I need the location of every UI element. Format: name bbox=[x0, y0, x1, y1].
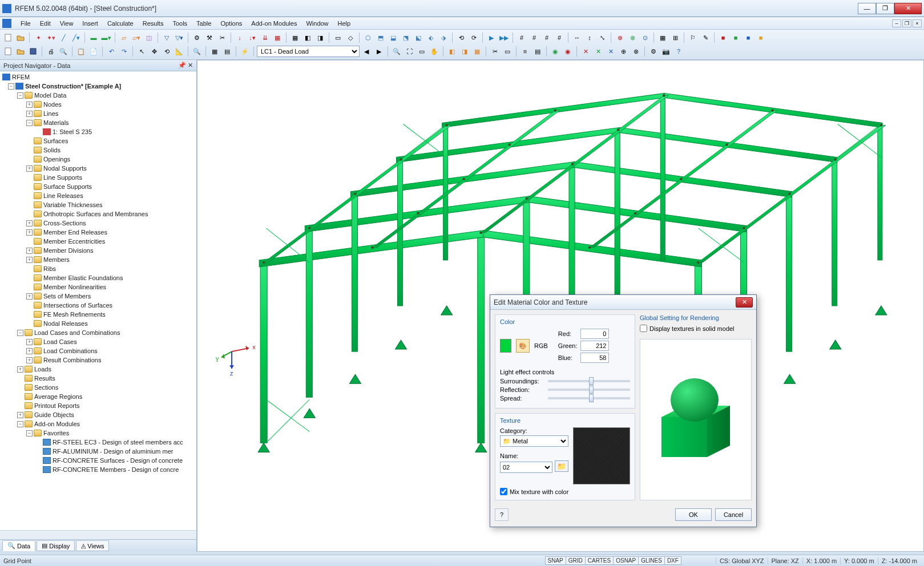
snap-icon[interactable]: ⊕ bbox=[614, 32, 626, 43]
save-icon[interactable] bbox=[27, 46, 39, 57]
view-z-icon[interactable]: ⬔ bbox=[400, 32, 411, 43]
mdi-restore[interactable]: ❐ bbox=[902, 19, 911, 27]
node-icon[interactable]: ✦ bbox=[33, 32, 44, 43]
load-area-icon[interactable]: ▦ bbox=[272, 32, 283, 43]
color-icon[interactable]: ■ bbox=[743, 32, 754, 43]
snap-icon[interactable]: ⊗ bbox=[627, 32, 638, 43]
close-button[interactable]: ✕ bbox=[894, 3, 922, 14]
tool-icon[interactable]: ⚐ bbox=[687, 32, 699, 43]
tree-project[interactable]: −Steel Construction* [Example A] bbox=[0, 82, 196, 91]
tree-fav3[interactable]: RF-CONCRETE Surfaces - Design of concret… bbox=[0, 456, 196, 465]
tree-favorites[interactable]: −Favorites bbox=[0, 428, 196, 438]
surroundings-slider[interactable] bbox=[548, 380, 630, 382]
calc-icon[interactable]: ⚡ bbox=[239, 46, 251, 57]
calc-icon[interactable]: ▶▶ bbox=[498, 32, 510, 43]
dim-icon[interactable]: ↕ bbox=[584, 32, 595, 43]
rotate-icon[interactable]: ⟲ bbox=[161, 46, 172, 57]
tree-mem-ecc[interactable]: Member Eccentricities bbox=[0, 237, 196, 246]
tree-lines[interactable]: +Lines bbox=[0, 109, 196, 118]
clip-icon[interactable]: ▭ bbox=[502, 46, 513, 57]
render-icon[interactable]: ◉ bbox=[550, 46, 561, 57]
support-icon[interactable]: ▽ bbox=[161, 32, 172, 43]
line-dropdown-icon[interactable]: ╱▾ bbox=[70, 32, 82, 43]
zoom-fit-icon[interactable]: ⛶ bbox=[404, 46, 415, 57]
pointer-icon[interactable]: ↖ bbox=[136, 46, 147, 57]
red-input[interactable] bbox=[580, 329, 609, 339]
nav-icon[interactable]: ▤ bbox=[221, 46, 233, 57]
rotate-icon[interactable]: ⟳ bbox=[468, 32, 479, 43]
color-icon[interactable]: ■ bbox=[755, 32, 766, 43]
render-icon[interactable]: ◉ bbox=[562, 46, 574, 57]
display-textures-checkbox[interactable] bbox=[640, 325, 647, 332]
num-icon[interactable]: # bbox=[516, 32, 527, 43]
tree-addon[interactable]: −Add-on Modules bbox=[0, 419, 196, 428]
glines-btn[interactable]: GLINES bbox=[638, 556, 665, 565]
tree-mem-div[interactable]: +Member Divisions bbox=[0, 246, 196, 255]
solid-icon[interactable]: ◫ bbox=[143, 32, 155, 43]
line-icon[interactable]: ╱ bbox=[58, 32, 69, 43]
print-icon[interactable]: 🖨 bbox=[45, 46, 57, 57]
tree-nodal-supports[interactable]: +Nodal Supports bbox=[0, 164, 196, 173]
osnap-btn[interactable]: OSNAP bbox=[613, 556, 639, 565]
tree-sets[interactable]: +Sets of Members bbox=[0, 292, 196, 301]
tool-icon[interactable]: ⚒ bbox=[204, 32, 215, 43]
tree-avg-regions[interactable]: Average Regions bbox=[0, 392, 196, 401]
tree-var-thick[interactable]: Variable Thicknesses bbox=[0, 200, 196, 209]
tree-ortho[interactable]: Orthotropic Surfaces and Membranes bbox=[0, 209, 196, 219]
tool-icon[interactable]: 📷 bbox=[660, 46, 672, 57]
maximize-button[interactable]: ❐ bbox=[876, 3, 894, 14]
dxf-btn[interactable]: DXF bbox=[664, 556, 681, 565]
tree-surface-supports[interactable]: Surface Supports bbox=[0, 182, 196, 191]
next-icon[interactable]: ▶ bbox=[373, 46, 385, 57]
tree-nodal-rel[interactable]: Nodal Releases bbox=[0, 319, 196, 328]
move-icon[interactable]: ✥ bbox=[148, 46, 160, 57]
menu-view[interactable]: View bbox=[55, 19, 78, 28]
menu-calculate[interactable]: Calculate bbox=[103, 19, 138, 28]
zoom-icon[interactable]: 🔍 bbox=[391, 46, 402, 57]
view-icon[interactable]: ⬕ bbox=[413, 32, 424, 43]
loadcase-combo[interactable]: LC1 - Dead Load bbox=[257, 46, 360, 57]
dialog-close-button[interactable]: ✕ bbox=[736, 297, 753, 308]
result-icon[interactable]: ◨ bbox=[459, 46, 470, 57]
transparent-icon[interactable]: ◨ bbox=[314, 32, 326, 43]
undo-icon[interactable]: ↶ bbox=[106, 46, 117, 57]
num-icon[interactable]: # bbox=[554, 32, 565, 43]
menu-results[interactable]: Results bbox=[138, 19, 168, 28]
tree-ribs[interactable]: Ribs bbox=[0, 264, 196, 273]
surface-icon[interactable]: ▱ bbox=[118, 32, 130, 43]
load-icon[interactable]: ↓ bbox=[234, 32, 245, 43]
tree-line-supports[interactable]: Line Supports bbox=[0, 173, 196, 182]
model-viewport[interactable]: x y z Edit Material Color and Texture ✕ … bbox=[197, 60, 924, 552]
axis-icon[interactable]: ✕ bbox=[580, 46, 591, 57]
node-dropdown-icon[interactable]: ✦▾ bbox=[45, 32, 57, 43]
menu-edit[interactable]: Edit bbox=[35, 19, 55, 28]
tree-intersect[interactable]: Intersections of Surfaces bbox=[0, 301, 196, 310]
menu-addon[interactable]: Add-on Modules bbox=[247, 19, 301, 28]
minimize-button[interactable]: — bbox=[858, 3, 876, 14]
snap-icon[interactable]: ⊙ bbox=[639, 32, 651, 43]
tree-mem-elastic[interactable]: Member Elastic Foundations bbox=[0, 273, 196, 282]
menu-table[interactable]: Table bbox=[192, 19, 216, 28]
support-dropdown-icon[interactable]: ▽▾ bbox=[173, 32, 185, 43]
axis-icon[interactable]: ✕ bbox=[592, 46, 604, 57]
layer-icon[interactable]: ▤ bbox=[532, 46, 543, 57]
category-select[interactable]: 📁 Metal bbox=[500, 435, 568, 447]
paste-icon[interactable]: 📄 bbox=[88, 46, 99, 57]
num-icon[interactable]: # bbox=[541, 32, 552, 43]
view-icon[interactable]: ⬖ bbox=[425, 32, 437, 43]
member-dropdown-icon[interactable]: ▬▾ bbox=[100, 32, 112, 43]
tree-solids[interactable]: Solids bbox=[0, 145, 196, 155]
table-icon[interactable]: ▦ bbox=[209, 46, 220, 57]
wireframe-icon[interactable]: ▦ bbox=[289, 32, 301, 43]
solid-view-icon[interactable]: ◧ bbox=[302, 32, 313, 43]
spread-slider[interactable] bbox=[548, 397, 630, 399]
dim-icon[interactable]: ⤡ bbox=[596, 32, 608, 43]
member-icon[interactable]: ▬ bbox=[88, 32, 99, 43]
result-icon[interactable]: ◧ bbox=[446, 46, 458, 57]
color-icon[interactable]: ■ bbox=[730, 32, 741, 43]
tab-views[interactable]: ◬Views bbox=[76, 540, 109, 551]
axis-icon[interactable]: ⊕ bbox=[618, 46, 629, 57]
tree-loads[interactable]: +Loads bbox=[0, 365, 196, 374]
tree-material-1[interactable]: 1: Steel S 235 bbox=[0, 127, 196, 136]
measure-icon[interactable]: 📐 bbox=[173, 46, 185, 57]
